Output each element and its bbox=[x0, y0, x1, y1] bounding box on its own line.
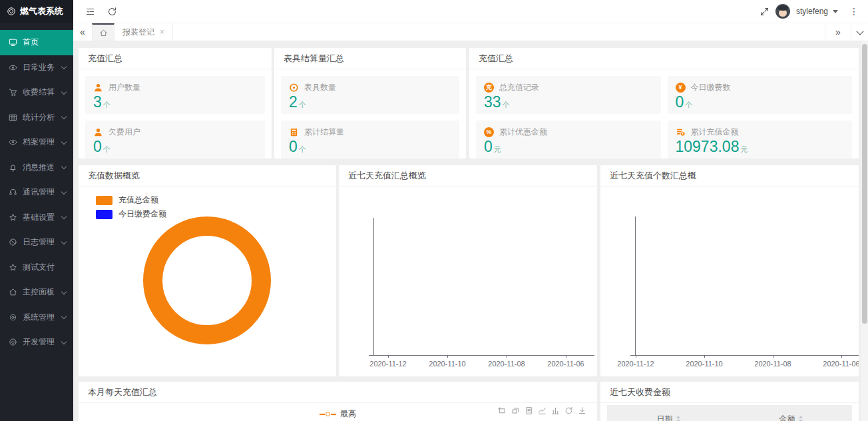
card-title: 表具结算量汇总 bbox=[274, 48, 466, 69]
card-title: 充值汇总 bbox=[79, 48, 272, 69]
card-title: 近七天充值汇总概览 bbox=[339, 165, 597, 187]
stat-tile-user-count: 用户数量 3个 bbox=[85, 76, 265, 114]
sidebar-item-fee-settlement[interactable]: 收费结算 bbox=[0, 80, 73, 105]
avatar[interactable] bbox=[775, 4, 790, 19]
gear-icon bbox=[9, 313, 17, 322]
data-view-icon[interactable] bbox=[525, 406, 533, 415]
stat-tile-meter-count: 表具数量 2个 bbox=[281, 76, 459, 114]
sidebar-item-log-management[interactable]: 日志管理 bbox=[0, 230, 73, 255]
sidebar-item-communication[interactable]: 通讯管理 bbox=[0, 180, 73, 205]
chevron-down-icon bbox=[61, 189, 67, 195]
chevron-down-icon bbox=[856, 27, 863, 35]
chevron-down-icon bbox=[61, 64, 67, 69]
save-image-icon[interactable] bbox=[578, 406, 586, 415]
x-tick-label: 2020-11-12 bbox=[365, 360, 411, 368]
stat-unit: 个 bbox=[685, 101, 692, 109]
sidebar-item-basic-settings[interactable]: 基础设置 bbox=[0, 205, 73, 230]
sidebar-item-label: 收费结算 bbox=[23, 87, 55, 98]
chevron-down-icon bbox=[61, 89, 67, 95]
refresh-icon[interactable] bbox=[107, 7, 117, 17]
tabbar-right-controls: » bbox=[825, 23, 868, 41]
stat-tile-total-recharge-records: 充 总充值记录 33个 bbox=[476, 76, 661, 114]
stat-label: 累计充值金额 bbox=[691, 127, 739, 138]
chevron-down-icon bbox=[61, 214, 67, 219]
donut-chart bbox=[79, 185, 336, 376]
zoom-reset-icon[interactable] bbox=[511, 406, 520, 415]
stat-label: 累计优惠金额 bbox=[499, 127, 547, 138]
caret-down-icon[interactable] bbox=[833, 10, 838, 13]
vertical-scrollbar bbox=[861, 41, 868, 421]
stat-unit: 个 bbox=[103, 145, 110, 153]
stat-value: 2 bbox=[289, 93, 298, 111]
close-icon[interactable]: × bbox=[160, 28, 164, 36]
stat-label: 欠费用户 bbox=[108, 127, 140, 138]
chevron-down-icon bbox=[61, 114, 67, 119]
card-title: 充值汇总 bbox=[469, 48, 859, 69]
tab-home[interactable] bbox=[92, 23, 114, 41]
username[interactable]: stylefeng bbox=[796, 7, 828, 16]
sidebar-item-label: 统计分析 bbox=[23, 112, 55, 123]
card-title: 充值数据概览 bbox=[79, 165, 336, 187]
table-icon bbox=[9, 113, 17, 122]
chevron-down-icon bbox=[61, 314, 67, 319]
meter-settlement-card: 表具结算量汇总 表具数量 2个 累计结算量 0个 bbox=[274, 48, 466, 159]
data-zoom-icon[interactable] bbox=[498, 406, 507, 415]
stat-tile-today-payments: ¥ 今日缴费数 0个 bbox=[668, 76, 853, 114]
more-dots-icon[interactable]: ⋮ bbox=[849, 6, 859, 17]
sidebar-item-archives[interactable]: 档案管理 bbox=[0, 130, 73, 155]
sidebar-item-test-payment[interactable]: 测试支付 bbox=[0, 255, 73, 280]
x-tick-label: 2020-11-06 bbox=[542, 360, 589, 368]
stat-tile-total-discount: % 累计优惠金额 0元 bbox=[476, 121, 661, 159]
chevron-down-icon bbox=[61, 289, 67, 294]
table-header-row: 日期 金额 bbox=[607, 405, 852, 421]
recharge-7day-count-chart-card: 近七天充值个数汇总概 2020-11-12 2020-11-10 2020-11… bbox=[600, 165, 859, 376]
fullscreen-icon[interactable] bbox=[760, 7, 769, 17]
restore-icon[interactable] bbox=[564, 406, 573, 415]
column-header-amount[interactable]: 金额 bbox=[730, 405, 852, 421]
stat-label: 今日缴费数 bbox=[691, 82, 731, 93]
sidebar-item-label: 首页 bbox=[23, 37, 39, 48]
sidebar-item-label: 日志管理 bbox=[23, 236, 55, 248]
yuan-icon: ¥ bbox=[676, 83, 686, 93]
sort-icon[interactable] bbox=[799, 416, 803, 421]
sidebar-item-dev-management[interactable]: 开发管理 bbox=[0, 330, 73, 355]
calculator-icon bbox=[289, 127, 299, 137]
chart-toolbox bbox=[498, 406, 586, 415]
line-type-icon[interactable] bbox=[538, 406, 546, 415]
x-tick-label: 2020-11-10 bbox=[681, 360, 728, 368]
scrollbar-thumb[interactable] bbox=[862, 44, 867, 324]
tab-label: 报装登记 bbox=[122, 27, 154, 38]
chevron-down-icon bbox=[61, 164, 67, 169]
tabs-menu-button[interactable] bbox=[851, 23, 868, 41]
line-marker-icon bbox=[320, 412, 336, 416]
fee-7day-table-card: 近七天收费金额 日期 金额 bbox=[600, 382, 859, 421]
tab-baozhuang-dengji[interactable]: 报装登记 × bbox=[114, 23, 173, 41]
legend-label: 最高 bbox=[340, 408, 356, 420]
recharge-totals-card: 充值汇总 充 总充值记录 33个 ¥ 今日缴费数 0个 % 累计优惠金额 0元 bbox=[469, 48, 859, 159]
monthly-recharge-chart-card: 本月每天充值汇总 最高 bbox=[79, 382, 597, 421]
sidebar-item-system-management[interactable]: 系统管理 bbox=[0, 305, 73, 330]
column-header-date[interactable]: 日期 bbox=[607, 405, 730, 421]
tabs-scroll-left-button[interactable]: « bbox=[73, 23, 92, 41]
sidebar-item-home[interactable]: 首页 bbox=[0, 30, 73, 55]
stat-value: 10973.08 bbox=[676, 138, 740, 155]
sidebar-item-label: 基础设置 bbox=[23, 212, 55, 223]
sidebar-item-daily-business[interactable]: 日常业务 bbox=[0, 55, 73, 81]
sidebar-item-label: 消息推送 bbox=[23, 162, 55, 173]
stat-value: 0 bbox=[93, 138, 102, 155]
user-icon bbox=[93, 127, 103, 137]
sidebar-item-statistics[interactable]: 统计分析 bbox=[0, 105, 73, 131]
menu-fold-icon[interactable] bbox=[85, 7, 95, 17]
house-icon bbox=[99, 29, 108, 37]
percent-icon: % bbox=[484, 127, 494, 137]
stat-unit: 个 bbox=[103, 101, 110, 109]
sidebar-item-main-panel[interactable]: 主控面板 bbox=[0, 280, 73, 305]
top-header: stylefeng ⋮ bbox=[73, 0, 868, 23]
bar-type-icon[interactable] bbox=[551, 406, 560, 415]
sidebar-item-message-push[interactable]: 消息推送 bbox=[0, 155, 73, 181]
tabs-scroll-right-button[interactable]: » bbox=[825, 23, 851, 41]
sort-icon[interactable] bbox=[676, 416, 680, 421]
sidebar-item-label: 档案管理 bbox=[23, 137, 55, 148]
bell-icon bbox=[9, 163, 17, 172]
sidebar-item-label: 开发管理 bbox=[23, 336, 55, 348]
